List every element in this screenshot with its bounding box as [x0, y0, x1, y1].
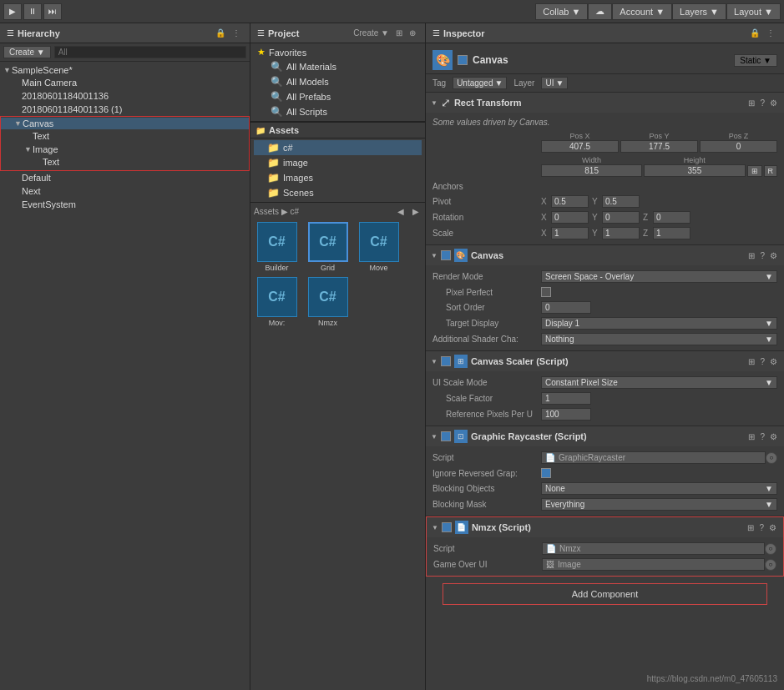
hierarchy-lock-button[interactable]: 🔒	[213, 28, 228, 38]
nmzx-header[interactable]: ▼ 📄 Nmzx (Script) ⊞ ? ⚙	[427, 517, 783, 537]
hierarchy-item-next[interactable]: Next	[0, 185, 250, 197]
ref-pixels-input[interactable]	[541, 408, 591, 421]
canvas-info-button[interactable]: ?	[758, 250, 766, 261]
inspector-lock-button[interactable]: 🔒	[747, 28, 762, 38]
graphic-raycaster-header[interactable]: ▼ ⊡ Graphic Raycaster (Script) ⊞ ? ⚙	[426, 426, 784, 446]
layer-dropdown[interactable]: UI ▼	[541, 77, 568, 89]
asset-move[interactable]: C# Move	[356, 222, 402, 272]
scale-z-input[interactable]	[653, 227, 690, 239]
canvas-scaler-header[interactable]: ▼ ⊞ Canvas Scaler (Script) ⊞ ? ⚙	[426, 351, 784, 371]
hierarchy-item-eventsystem[interactable]: EventSystem	[0, 199, 250, 210]
width-input[interactable]	[541, 164, 642, 177]
asset-builder[interactable]: C# Builder	[254, 222, 300, 272]
rect-transform-header[interactable]: ▼ ⤢ Rect Transform ⊞ ? ⚙	[426, 93, 784, 113]
folder-image[interactable]: 📁 image	[254, 155, 422, 170]
pos-x-input[interactable]	[541, 140, 619, 153]
layers-button[interactable]: Layers ▼	[672, 3, 726, 20]
height-input[interactable]	[644, 164, 745, 177]
rot-z-input[interactable]	[653, 211, 690, 224]
play-button[interactable]: ▶	[3, 3, 22, 20]
hierarchy-item-2018b[interactable]: 20180601184001136 (1)	[0, 103, 250, 115]
canvas-scaler-preset-button[interactable]: ⊞	[746, 356, 756, 367]
ignore-reversed-checkbox[interactable]	[541, 468, 551, 478]
rect-transform-gear-button[interactable]: ⚙	[768, 98, 779, 108]
step-button[interactable]: ⏭	[43, 3, 62, 20]
canvas-scaler-enabled-checkbox[interactable]	[441, 356, 451, 366]
nmzx-info-button[interactable]: ?	[757, 522, 766, 533]
raycaster-script-circle-button[interactable]: ○	[766, 452, 777, 464]
bp-button[interactable]: ⊞	[747, 165, 762, 177]
hierarchy-item-maincamera[interactable]: Main Camera	[0, 77, 250, 88]
hierarchy-search-input[interactable]	[54, 46, 246, 58]
account-button[interactable]: Account ▼	[612, 3, 672, 20]
folder-scenes[interactable]: 📁 Scenes	[254, 185, 422, 200]
scale-factor-input[interactable]	[541, 392, 591, 405]
pixel-perfect-checkbox[interactable]	[541, 287, 551, 297]
folder-c-sharp[interactable]: 📁 c#	[254, 140, 422, 155]
nmzx-gear-button[interactable]: ⚙	[767, 522, 778, 533]
hierarchy-item-text2[interactable]: Text	[1, 156, 249, 168]
project-create-button[interactable]: Create ▼	[351, 28, 392, 38]
sort-order-input[interactable]	[541, 301, 591, 314]
add-component-button[interactable]: Add Component	[443, 583, 767, 605]
project-icons-button[interactable]: ⊞	[393, 28, 405, 38]
hierarchy-create-button[interactable]: Create ▼	[3, 46, 51, 58]
hierarchy-item-image[interactable]: ▼ Image	[1, 144, 249, 155]
blocking-mask-dropdown[interactable]: Everything ▼	[541, 498, 777, 511]
scale-y-input[interactable]	[602, 227, 640, 239]
rect-transform-preset-button[interactable]: ⊞	[746, 98, 756, 108]
project-search-button[interactable]: ⊕	[407, 28, 418, 38]
nmzx-script-circle-button[interactable]: ○	[765, 543, 776, 555]
pos-y-input[interactable]	[620, 140, 698, 153]
raycaster-preset-button[interactable]: ⊞	[746, 431, 756, 442]
pivot-y-input[interactable]	[602, 195, 640, 208]
nmzx-enabled-checkbox[interactable]	[442, 522, 452, 532]
inspector-menu-button[interactable]: ⋮	[764, 28, 777, 38]
render-mode-dropdown[interactable]: Screen Space - Overlay ▼	[541, 270, 777, 283]
pos-z-input[interactable]	[700, 140, 777, 153]
asset-grid[interactable]: C# Grid	[305, 222, 351, 272]
hierarchy-item-2018a[interactable]: 20180601184001136	[0, 90, 250, 102]
asset-mov[interactable]: C# Mov:	[254, 277, 300, 327]
rot-x-input[interactable]	[551, 211, 589, 224]
canvas-component-header[interactable]: ▼ 🎨 Canvas ⊞ ? ⚙	[426, 245, 784, 265]
canvas-scaler-gear-button[interactable]: ⚙	[768, 356, 779, 367]
favorites-header[interactable]: ★ Favorites	[254, 45, 422, 59]
target-display-dropdown[interactable]: Display 1 ▼	[541, 317, 777, 330]
rot-y-input[interactable]	[602, 211, 640, 224]
pause-button[interactable]: ⏸	[23, 3, 42, 20]
asset-nmzx[interactable]: C# Nmzx	[305, 277, 351, 327]
blocking-objects-dropdown[interactable]: None ▼	[541, 482, 777, 495]
hierarchy-menu-button[interactable]: ⋮	[230, 28, 243, 38]
object-enabled-checkbox[interactable]	[458, 55, 468, 65]
hierarchy-item-default[interactable]: Default	[0, 172, 250, 184]
assets-right-button[interactable]: ▶	[410, 206, 422, 217]
nmzx-preset-button[interactable]: ⊞	[746, 522, 756, 533]
static-dropdown[interactable]: Static ▼	[734, 54, 777, 67]
folder-all-models[interactable]: 🔍 All Models	[254, 74, 422, 89]
hierarchy-item-canvas[interactable]: ▼ Canvas	[1, 118, 249, 129]
shader-channel-dropdown[interactable]: Nothing ▼	[541, 333, 777, 345]
collab-button[interactable]: Collab ▼	[535, 3, 588, 20]
pivot-x-input[interactable]	[551, 195, 589, 208]
folder-all-scripts[interactable]: 🔍 All Scripts	[254, 104, 422, 119]
r-button[interactable]: R	[764, 165, 778, 177]
layout-button[interactable]: Layout ▼	[726, 3, 781, 20]
hierarchy-item-text1[interactable]: Text	[1, 130, 249, 142]
canvas-enabled-checkbox[interactable]	[441, 250, 451, 260]
game-over-circle-button[interactable]: ○	[765, 559, 776, 571]
raycaster-enabled-checkbox[interactable]	[441, 431, 451, 441]
folder-all-materials[interactable]: 🔍 All Materials	[254, 59, 422, 74]
raycaster-info-button[interactable]: ?	[758, 431, 766, 442]
folder-images[interactable]: 📁 Images	[254, 170, 422, 185]
assets-left-button[interactable]: ◀	[395, 206, 407, 217]
canvas-gear-button[interactable]: ⚙	[768, 250, 779, 261]
canvas-preset-button[interactable]: ⊞	[746, 250, 756, 261]
hierarchy-item-samplescene[interactable]: ▼ SampleScene*	[0, 64, 250, 76]
cloud-button[interactable]: ☁	[588, 3, 612, 20]
tag-dropdown[interactable]: Untagged ▼	[453, 77, 507, 89]
folder-all-prefabs[interactable]: 🔍 All Prefabs	[254, 89, 422, 104]
raycaster-gear-button[interactable]: ⚙	[768, 431, 779, 442]
rect-transform-info-button[interactable]: ?	[758, 98, 766, 108]
scale-x-input[interactable]	[551, 227, 589, 239]
